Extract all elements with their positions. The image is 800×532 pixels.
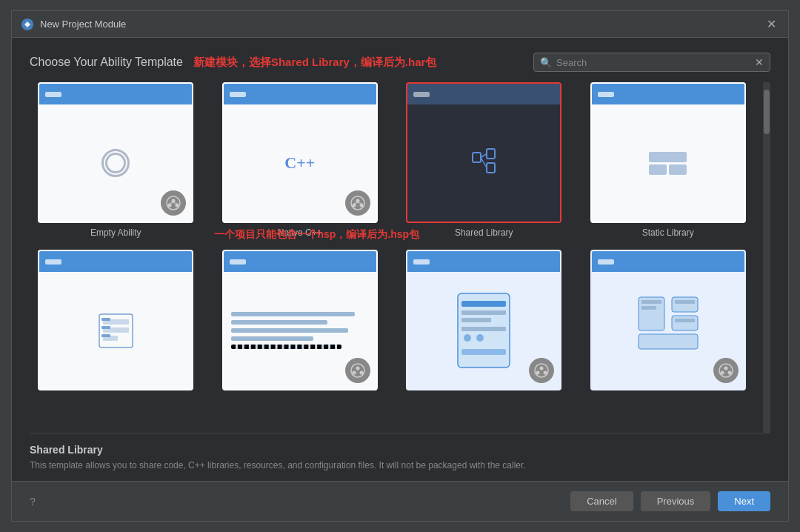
info-section: Shared Library This template allows you …: [30, 433, 770, 481]
svg-point-2: [172, 199, 176, 203]
template-card-mobile[interactable]: [398, 250, 570, 395]
svg-rect-43: [672, 316, 698, 330]
svg-point-38: [540, 367, 544, 370]
grid-area: Empty Ability C++: [30, 82, 770, 433]
help-icon[interactable]: ?: [30, 496, 36, 508]
svg-rect-30: [461, 301, 506, 307]
svg-rect-13: [473, 153, 481, 162]
title-bar: New Project Module ✕: [12, 11, 788, 38]
template-card-form[interactable]: [30, 250, 202, 395]
badge-icon: [350, 363, 365, 378]
template-card-static-library[interactable]: Static Library: [582, 82, 755, 238]
card-label-static-library: Static Library: [642, 227, 694, 238]
main-content: Choose Your Ability Template 新建模块，选择Shar…: [12, 38, 788, 481]
dialog: New Project Module ✕ Choose Your Ability…: [11, 10, 789, 522]
svg-point-27: [352, 371, 356, 375]
svg-point-34: [464, 334, 471, 342]
card-image-static-library: [590, 82, 746, 223]
card-image-mobile: [406, 250, 561, 390]
svg-point-8: [356, 199, 359, 203]
svg-point-50: [724, 367, 727, 370]
search-box[interactable]: 🔍 ✕: [533, 53, 770, 72]
svg-rect-42: [672, 297, 698, 312]
svg-rect-32: [461, 318, 491, 322]
svg-rect-46: [641, 306, 656, 310]
svg-rect-22: [101, 318, 110, 321]
card-image-shared-library: [406, 82, 561, 223]
svg-rect-23: [101, 326, 110, 329]
template-card-list[interactable]: 一个项目只能包含一个hsp，编译后为.hsp包: [214, 250, 387, 395]
card-topbar: [592, 84, 744, 104]
badge-icon: [166, 196, 181, 210]
card-image-empty-ability: [38, 82, 193, 223]
svg-line-5: [170, 203, 173, 204]
svg-rect-48: [675, 319, 695, 322]
svg-point-10: [359, 204, 363, 207]
info-description: This template allows you to share code, …: [30, 459, 770, 472]
svg-point-35: [476, 334, 484, 342]
title-bar-left: New Project Module: [21, 18, 126, 31]
svg-rect-33: [461, 327, 506, 331]
footer: ? Cancel Previous Next: [12, 481, 788, 521]
window-title: New Project Module: [40, 19, 126, 30]
previous-button[interactable]: Previous: [641, 491, 711, 511]
share-icon: [470, 147, 498, 180]
template-grid: Empty Ability C++: [30, 82, 760, 433]
card-inner: [39, 104, 192, 222]
svg-rect-14: [487, 149, 495, 159]
card-badge: [713, 358, 739, 383]
svg-point-26: [356, 367, 359, 370]
svg-rect-36: [461, 349, 506, 355]
form-icon: [96, 310, 136, 351]
badge-icon: [719, 363, 733, 378]
svg-point-51: [720, 371, 724, 375]
scrollbar-thumb[interactable]: [764, 90, 770, 134]
card-topbar: [224, 84, 376, 104]
template-card-empty-ability[interactable]: Empty Ability: [30, 82, 202, 238]
card-inner: [592, 272, 744, 389]
app-icon: [21, 18, 34, 31]
search-input[interactable]: [556, 57, 750, 68]
svg-point-3: [168, 204, 172, 207]
annotation1: 新建模块，选择Shared Library，编译后为.har包: [193, 56, 436, 70]
card-inner: [407, 272, 560, 389]
svg-rect-24: [101, 334, 110, 337]
card-topbar: [592, 251, 744, 272]
card-topbar: [407, 251, 560, 272]
card-topbar: [407, 84, 560, 104]
svg-line-6: [173, 203, 177, 204]
svg-rect-15: [487, 163, 495, 173]
card-label-native-cpp: Native C++: [278, 227, 322, 238]
svg-rect-31: [461, 310, 506, 315]
next-button[interactable]: Next: [718, 491, 770, 511]
card-inner: [224, 272, 376, 389]
svg-line-12: [358, 203, 361, 204]
scrollbar-track[interactable]: [763, 82, 770, 433]
svg-point-9: [352, 204, 356, 207]
badge-icon: [350, 196, 365, 210]
template-card-native-cpp[interactable]: C++: [214, 82, 387, 238]
svg-point-52: [727, 371, 731, 375]
template-card-shared-library[interactable]: Shared Library: [398, 82, 570, 238]
svg-rect-44: [639, 334, 698, 349]
card-badge: [161, 190, 186, 216]
card-badge: [529, 358, 554, 383]
static-icon: [647, 150, 688, 176]
svg-point-40: [544, 371, 547, 375]
svg-line-16: [481, 153, 487, 157]
footer-buttons: Cancel Previous Next: [570, 491, 770, 511]
search-close-button[interactable]: ✕: [755, 56, 764, 68]
svg-point-25: [351, 364, 364, 377]
svg-rect-47: [675, 300, 695, 304]
card-label-shared-library: Shared Library: [455, 227, 513, 238]
card-inner: C++: [224, 104, 376, 222]
cancel-button[interactable]: Cancel: [570, 491, 633, 511]
dashboard-icon: [631, 290, 705, 371]
choose-title: Choose Your Ability Template: [30, 56, 183, 69]
svg-line-11: [354, 203, 358, 204]
close-button[interactable]: ✕: [764, 17, 779, 32]
card-image-form: [38, 250, 193, 390]
header-left: Choose Your Ability Template 新建模块，选择Shar…: [30, 56, 436, 70]
empty-ability-icon: [101, 149, 130, 177]
template-card-dashboard[interactable]: [582, 250, 755, 395]
